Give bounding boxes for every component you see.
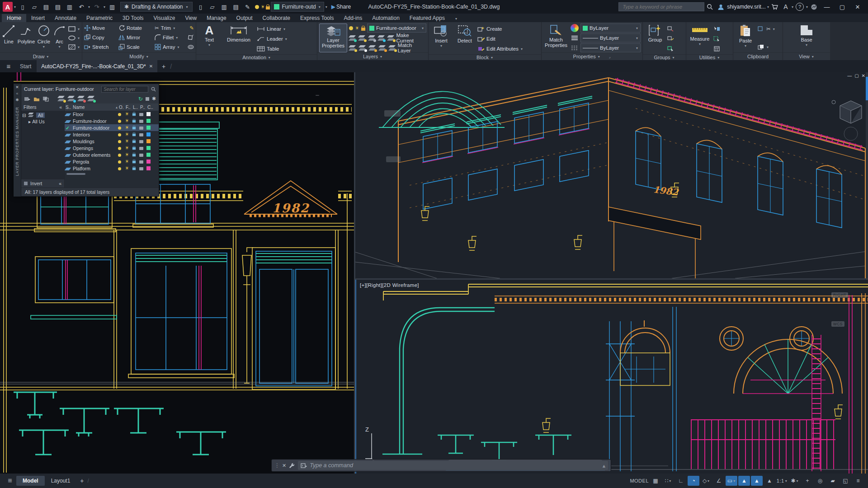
palette-settings-icon[interactable]: ✱ [152, 96, 156, 102]
palette-properties-icon[interactable]: ✱ [15, 98, 19, 102]
layer-properties-button[interactable]: Layer Properties [319, 23, 347, 52]
layer-unlock-icon[interactable] [266, 6, 270, 9]
ribbon-tab-express-tools[interactable]: Express Tools [295, 14, 339, 22]
layer-thaw-icon[interactable]: ☀ [355, 25, 359, 31]
compare-drawing-icon[interactable]: ▥ [219, 1, 230, 12]
command-wrench-icon[interactable] [289, 462, 295, 469]
layer-row-openings[interactable]: Openings☀ [65, 145, 159, 151]
help-search-input[interactable] [618, 2, 704, 11]
group-button[interactable]: Group [645, 23, 665, 54]
user-avatar-icon[interactable] [715, 1, 726, 12]
isodraft-toggle[interactable]: ◇▾ [700, 476, 712, 486]
workspace-switcher[interactable]: ✱ Drafting & Annotation ▾ [120, 2, 193, 12]
group-edit-button[interactable] [667, 34, 674, 43]
file-tab-close-icon[interactable]: ✕ [149, 64, 153, 69]
palette-autohide-icon[interactable]: « [16, 91, 18, 96]
audit-icon[interactable]: ▤ [231, 1, 241, 12]
layer-unisolate-icon[interactable] [379, 45, 386, 51]
layer-row-floor[interactable]: Floor☀ [65, 111, 159, 117]
ribbon-tab-home[interactable]: Home [2, 14, 26, 22]
invert-collapse-icon[interactable]: « [59, 181, 61, 186]
panel-label-layers[interactable]: Layers▾ [317, 52, 428, 60]
properties-dialog-launcher-icon[interactable]: ⌟ [609, 55, 611, 59]
ribbon-tab-automation[interactable]: Automation [367, 14, 405, 22]
object-snap-tracking-toggle[interactable]: ∠ [713, 476, 725, 486]
file-tab-menu-icon[interactable]: ≡ [3, 62, 14, 70]
ribbon-tab-manage[interactable]: Manage [202, 14, 231, 22]
ribbon-tab-collaborate[interactable]: Collaborate [258, 14, 295, 22]
tree-expand-icon[interactable]: ⊟ [22, 113, 26, 118]
layer-on-bulb-icon[interactable] [255, 5, 259, 9]
polar-tracking-toggle[interactable]: ◔ [688, 476, 699, 486]
viewport-right-elevation[interactable]: Z [+][Right][2D Wireframe] RIGHT WCS [355, 280, 868, 474]
layout1-tab[interactable]: Layout1 [45, 476, 77, 486]
crosshair-icon[interactable]: + [802, 476, 813, 486]
linear-dimension-button[interactable]: Linear▾ [257, 24, 288, 33]
match-properties-button[interactable]: Match Properties [543, 23, 569, 52]
explode-button[interactable] [188, 33, 194, 42]
layer-grid-header[interactable]: S.. Name ▴ O. F.. L.. P.. C.. [65, 103, 159, 111]
restore-button[interactable]: ▢ [835, 1, 850, 13]
assistant-caret-icon[interactable]: ▾ [791, 5, 794, 9]
layer-on-all-icon[interactable] [349, 45, 356, 51]
health-dashboard-icon[interactable] [808, 1, 819, 12]
annotation-scale-value[interactable]: 1:1▾ [776, 476, 788, 486]
filter-tree[interactable]: ⊟ All ▸ All Us [21, 111, 64, 179]
plot-icon[interactable]: ▥ [64, 1, 75, 12]
viewport-isometric[interactable]: 1982 — ▢ ✕ [355, 72, 868, 278]
layer-list[interactable]: Floor☀ Furniture-indoor☀ ✓Furniture-outd… [65, 111, 159, 188]
new-layer-icon[interactable] [58, 96, 65, 102]
help-icon[interactable]: ? [796, 3, 804, 11]
color-wheel-icon[interactable] [571, 24, 579, 32]
paste-button[interactable]: Paste ▾ [735, 23, 756, 52]
panel-label-modify[interactable]: Modify▾ [82, 52, 196, 60]
refresh-icon[interactable]: ↻ [138, 96, 143, 102]
cut-button[interactable]: ✂▾ [758, 24, 775, 33]
stretch-button[interactable]: Stretch [84, 42, 112, 52]
workspace-switching-icon[interactable]: ✱▾ [789, 476, 801, 486]
match-layer-button[interactable]: Match Layer [389, 43, 426, 52]
palette-square-icon[interactable] [146, 97, 149, 101]
collaborate-icon[interactable]: ▱ [207, 1, 218, 12]
offset-button[interactable] [188, 42, 194, 52]
autoscale-toggle[interactable]: ▲ [751, 476, 763, 486]
copy-clip-button[interactable]: ▾ [758, 42, 775, 52]
command-expand-icon[interactable]: ▴ [603, 462, 605, 469]
insert-block-button[interactable]: Insert ▾ [430, 23, 452, 54]
model-tab[interactable]: Model [16, 476, 45, 486]
save-as-icon[interactable]: ▤ [52, 1, 63, 12]
object-color-dropdown[interactable]: ByLayer ▾ [580, 23, 641, 33]
quick-select-button[interactable] [713, 24, 720, 33]
new-property-filter-icon[interactable] [24, 96, 31, 102]
fillet-button[interactable]: Fillet▾ [155, 33, 178, 42]
panel-label-view[interactable]: View▾ [783, 52, 830, 60]
panel-label-properties[interactable]: Properties▾⌟ [542, 52, 642, 60]
graphics-performance-icon[interactable]: ▰ [827, 476, 839, 486]
viewport-controls-label[interactable]: [+][Right][2D Wireframe] [360, 282, 419, 288]
array-button[interactable]: Array▾ [155, 42, 180, 52]
command-line[interactable]: ⋮ ✕ Type a command ▴ [271, 459, 611, 472]
layer-row-pergola[interactable]: Pergola☀ [65, 158, 159, 165]
panel-label-block[interactable]: Block▾ [429, 54, 541, 60]
viewport-minimize-icon[interactable]: — [847, 73, 852, 78]
redo-icon[interactable]: ↷ [91, 1, 102, 12]
layer-search-input[interactable] [101, 86, 148, 93]
open-icon[interactable]: ▱ [29, 1, 40, 12]
dimension-button[interactable]: Dimension [222, 23, 255, 54]
invert-checkbox[interactable] [24, 182, 28, 185]
share-icon[interactable]: ▶ [331, 4, 335, 10]
isometric-drawing[interactable]: 1982 [355, 72, 868, 278]
line-button[interactable]: Line [2, 23, 16, 52]
ribbon-tab-parametric[interactable]: Parametric [81, 14, 118, 22]
app-store-cart-icon[interactable] [769, 1, 780, 12]
layer-freeze-icon[interactable] [368, 35, 375, 41]
rotate-button[interactable]: Rotate [118, 23, 148, 33]
copy-button[interactable]: Copy [84, 33, 112, 42]
annotation-visibility-toggle[interactable]: ▲ [738, 476, 750, 486]
right-elevation-drawing[interactable]: Z [356, 280, 868, 474]
filter-all[interactable]: All [36, 113, 45, 118]
recent-commands-icon[interactable] [301, 463, 307, 468]
minimize-button[interactable]: — [819, 1, 835, 13]
lineweight-icon[interactable] [571, 35, 579, 41]
linetype-dropdown[interactable]: ByLayer ▾ [580, 43, 641, 52]
